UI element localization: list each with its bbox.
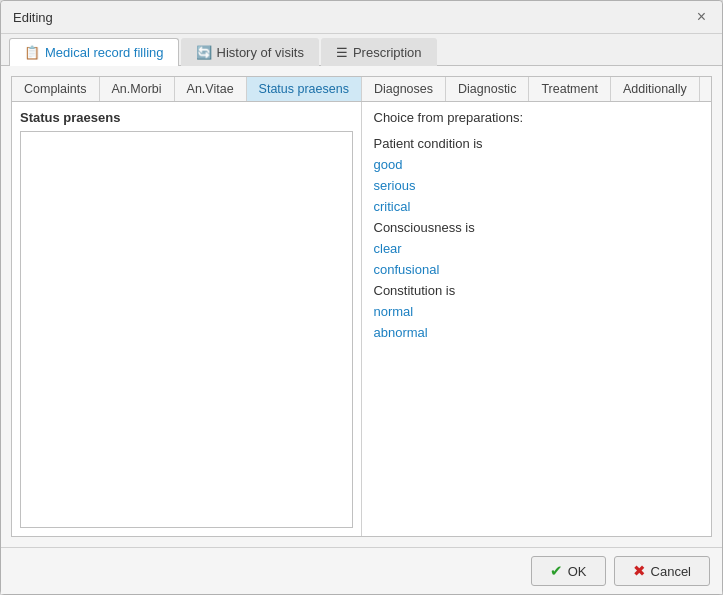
choice-serious[interactable]: serious xyxy=(374,175,700,196)
choice-confusional[interactable]: confusional xyxy=(374,259,700,280)
sub-tab-diagnostic[interactable]: Diagnostic xyxy=(446,77,529,101)
left-panel: Status praesens xyxy=(12,102,362,536)
top-tab-bar: 📋 Medical record filling 🔄 History of vi… xyxy=(1,34,722,66)
choice-constitution-label: Constitution is xyxy=(374,280,700,301)
sub-tab-bar: Complaints An.Morbi An.Vitae Status prae… xyxy=(12,77,711,102)
content-area: Complaints An.Morbi An.Vitae Status prae… xyxy=(1,66,722,547)
inner-panel: Complaints An.Morbi An.Vitae Status prae… xyxy=(11,76,712,537)
choice-good[interactable]: good xyxy=(374,154,700,175)
dialog-footer: ✔ OK ✖ Cancel xyxy=(1,547,722,594)
sub-tab-complaints[interactable]: Complaints xyxy=(12,77,100,101)
choice-patient-condition-label: Patient condition is xyxy=(374,133,700,154)
sub-tab-an-vitae[interactable]: An.Vitae xyxy=(175,77,247,101)
cancel-icon: ✖ xyxy=(633,562,646,580)
cancel-button[interactable]: ✖ Cancel xyxy=(614,556,710,586)
choice-normal[interactable]: normal xyxy=(374,301,700,322)
choice-consciousness-label: Consciousness is xyxy=(374,217,700,238)
choice-critical[interactable]: critical xyxy=(374,196,700,217)
left-panel-title: Status praesens xyxy=(20,110,353,125)
choice-clear[interactable]: clear xyxy=(374,238,700,259)
prescription-icon: ☰ xyxy=(336,45,348,60)
choice-abnormal[interactable]: abnormal xyxy=(374,322,700,343)
sub-tab-result[interactable]: Result xyxy=(700,77,712,101)
tab-medical-record[interactable]: 📋 Medical record filling xyxy=(9,38,179,66)
sub-tab-status-praesens[interactable]: Status praesens xyxy=(247,77,362,101)
panel-body: Status praesens Choice from preparations… xyxy=(12,102,711,536)
status-praesens-textarea[interactable] xyxy=(20,131,353,528)
editing-dialog: Editing × 📋 Medical record filling 🔄 His… xyxy=(0,0,723,595)
title-bar: Editing × xyxy=(1,1,722,34)
ok-icon: ✔ xyxy=(550,562,563,580)
sub-tab-additionally[interactable]: Additionally xyxy=(611,77,700,101)
medical-record-icon: 📋 xyxy=(24,45,40,60)
sub-tab-an-morbi[interactable]: An.Morbi xyxy=(100,77,175,101)
right-panel-title: Choice from preparations: xyxy=(374,110,700,125)
tab-history[interactable]: 🔄 History of visits xyxy=(181,38,319,66)
dialog-title: Editing xyxy=(13,10,53,25)
right-panel: Choice from preparations: Patient condit… xyxy=(362,102,712,536)
tab-prescription[interactable]: ☰ Prescription xyxy=(321,38,437,66)
ok-button[interactable]: ✔ OK xyxy=(531,556,606,586)
sub-tab-diagnoses[interactable]: Diagnoses xyxy=(362,77,446,101)
sub-tab-treatment[interactable]: Treatment xyxy=(529,77,611,101)
history-icon: 🔄 xyxy=(196,45,212,60)
close-button[interactable]: × xyxy=(693,9,710,25)
